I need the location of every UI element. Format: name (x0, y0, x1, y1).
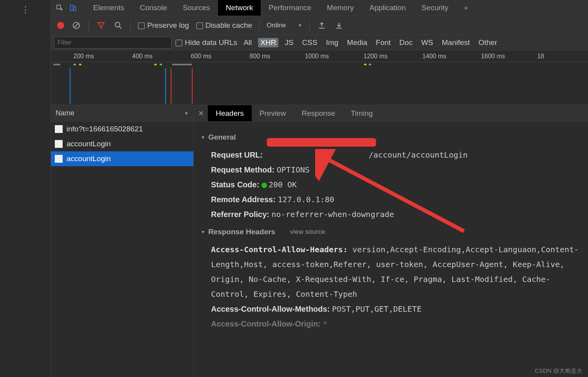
timeline-tick: 400 ms (132, 53, 153, 60)
type-css[interactable]: CSS (300, 38, 320, 47)
type-img[interactable]: Img (324, 38, 341, 47)
tab-sources[interactable]: Sources (175, 0, 218, 16)
close-icon[interactable]: ✕ (194, 105, 208, 121)
request-details: ✕ Headers Preview Response Timing Genera… (194, 105, 588, 377)
network-toolbar: Preserve log Disable cache Online ▼ (51, 16, 588, 35)
list-header[interactable]: Name ▼ (51, 105, 193, 122)
filter-icon[interactable] (96, 20, 106, 31)
filter-bar: Hide data URLs All XHR JS CSS Img Media … (51, 35, 588, 50)
preserve-log-checkbox[interactable]: Preserve log (138, 21, 189, 30)
disable-cache-checkbox[interactable]: Disable cache (196, 21, 252, 30)
dtab-preview[interactable]: Preview (252, 105, 294, 121)
redaction-mark (267, 141, 376, 147)
label-ac-allow-methods: Access-Control-Allow-Methods: (211, 305, 330, 313)
request-row[interactable]: accountLogin (51, 151, 193, 166)
chevron-down-icon: ▼ (298, 23, 302, 28)
value-request-url: /account/accountLogin (369, 150, 468, 160)
divider (88, 20, 89, 31)
timeline-mark (53, 64, 60, 65)
search-icon[interactable] (113, 20, 123, 31)
file-icon (55, 155, 63, 163)
value-remote-address: 127.0.0.1:80 (278, 195, 334, 204)
request-list: Name ▼ info?t=1666165028621 accountLogin… (51, 105, 194, 377)
type-xhr[interactable]: XHR (258, 38, 278, 47)
hide-data-urls-checkbox[interactable]: Hide data URLs (175, 38, 237, 47)
watermark: CSDN @大炮走火 (535, 367, 583, 375)
label-ac-allow-origin: Access-Control-Allow-Origin: (211, 320, 321, 328)
tab-application[interactable]: Application (362, 0, 414, 16)
timeline-mark (172, 64, 192, 65)
timeline-tick: 1400 ms (422, 53, 446, 60)
dtab-response[interactable]: Response (294, 105, 343, 121)
value-referrer-policy: no-referrer-when-downgrade (272, 210, 394, 219)
view-source-link[interactable]: view source (290, 226, 325, 238)
request-row[interactable]: info?t=1666165028621 (51, 122, 193, 136)
timeline-tick: 1600 ms (481, 53, 505, 60)
timeline-marker (165, 68, 166, 104)
svg-point-4 (115, 22, 120, 27)
type-other[interactable]: Other (476, 38, 500, 47)
download-har-icon[interactable] (334, 20, 344, 31)
tabs-overflow-icon[interactable]: » (461, 3, 471, 13)
type-ws[interactable]: WS (419, 38, 436, 47)
section-general[interactable]: General (201, 130, 581, 144)
file-icon (55, 140, 63, 148)
value-ac-allow-methods: POST,PUT,GET,DELETE (332, 304, 422, 314)
value-status-code: 200 OK (269, 180, 297, 189)
timeline-marker (171, 68, 171, 104)
type-manifest[interactable]: Manifest (440, 38, 473, 47)
label-request-url: Request URL: (211, 151, 263, 159)
network-timeline[interactable]: 200 ms 400 ms 600 ms 800 ms 1000 ms 1200… (51, 50, 588, 105)
label-ac-allow-headers: Access-Control-Allow-Headers: (211, 245, 348, 254)
timeline-tick: 600 ms (191, 53, 211, 60)
label-status-code: Status Code: (211, 180, 259, 189)
clear-icon[interactable] (71, 20, 81, 31)
tab-elements[interactable]: Elements (85, 0, 132, 16)
dtab-headers[interactable]: Headers (208, 105, 252, 121)
timeline-mark (364, 64, 366, 65)
svg-line-5 (119, 27, 121, 29)
timeline-tick: 800 ms (250, 53, 270, 60)
value-request-method: OPTIONS (277, 165, 310, 174)
inspect-icon[interactable] (55, 3, 65, 13)
tab-network[interactable]: Network (218, 0, 261, 16)
timeline-mark (160, 64, 162, 65)
file-icon (55, 125, 63, 133)
timeline-mark (79, 64, 81, 65)
label-remote-address: Remote Address: (211, 195, 276, 204)
tab-console[interactable]: Console (132, 0, 175, 16)
device-icon[interactable] (68, 3, 78, 13)
timeline-marker (192, 68, 193, 104)
type-all[interactable]: All (241, 38, 254, 47)
timeline-tick: 1200 ms (364, 53, 388, 60)
label-referrer-policy: Referrer Policy: (211, 210, 269, 219)
timeline-tick: 1000 ms (305, 53, 329, 60)
dtab-timing[interactable]: Timing (343, 105, 381, 121)
timeline-mark (154, 64, 157, 65)
throttling-select[interactable]: Online ▼ (267, 22, 302, 29)
upload-har-icon[interactable] (317, 20, 327, 31)
type-font[interactable]: Font (373, 38, 393, 47)
divider (259, 20, 260, 31)
timeline-marker (70, 68, 70, 104)
record-button[interactable] (57, 22, 64, 29)
label-request-method: Request Method: (211, 165, 274, 174)
filter-input[interactable] (54, 37, 171, 48)
type-media[interactable]: Media (345, 38, 370, 47)
status-dot-icon (262, 183, 267, 188)
tab-performance[interactable]: Performance (261, 0, 319, 16)
section-response-headers[interactable]: Response Headers view source (201, 225, 581, 239)
value-ac-allow-origin: * (323, 319, 328, 329)
divider (130, 20, 131, 31)
more-menu-icon[interactable]: ⋮ (21, 5, 30, 15)
tab-memory[interactable]: Memory (319, 0, 362, 16)
chevron-down-icon: ▼ (184, 111, 189, 116)
type-js[interactable]: JS (282, 38, 296, 47)
timeline-tick: 18 (537, 53, 544, 60)
timeline-mark (369, 64, 371, 65)
timeline-tick: 200 ms (74, 53, 94, 60)
type-doc[interactable]: Doc (397, 38, 415, 47)
timeline-mark (74, 64, 76, 65)
request-row[interactable]: accountLogin (51, 136, 193, 151)
tab-security[interactable]: Security (414, 0, 456, 16)
